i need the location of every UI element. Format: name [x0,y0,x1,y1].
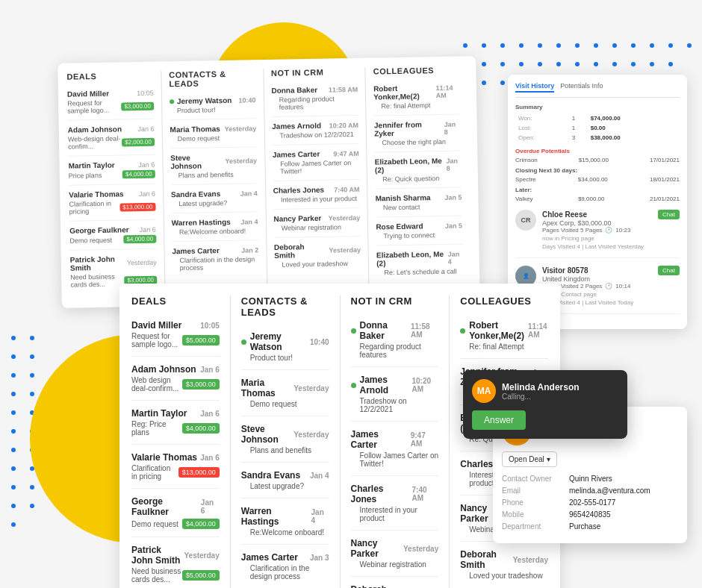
main-notincrm-column: NOT IN CRM Donna Baker 11:58 AM Regardin… [341,295,450,588]
dot [500,81,505,85]
dot [11,373,16,378]
crm-field-phone: Phone 202-555-0177 [502,498,678,507]
main-contact-item[interactable]: Warren Hastings Jan 4 Re:Welcome onboard… [241,506,329,545]
dot [519,62,524,66]
main-deal-item[interactable]: Patrick John Smith Yesterday Need busine… [131,545,220,588]
dot [30,354,34,359]
dot [30,504,34,508]
small-colleague-item: Jennifer from Zyker Jan 8 Choose the rig… [374,120,461,153]
clock-icon: 🕐 [605,283,612,290]
dot [30,485,34,490]
small-deal-item: Valarie Thomas Jan 6 Clarification in pr… [69,190,155,222]
dot [668,43,673,48]
dot [650,62,654,66]
dot [30,448,34,452]
small-preview-card: DEALS David Miller 10:05 Request for sam… [58,56,480,308]
dot [556,62,561,66]
small-notincrm-item: Deborah Smith Yesterday Loved your trade… [274,242,361,274]
main-colleagues-header: COLLEAGUES [460,295,548,311]
dot [500,43,505,48]
crm-field-owner: Contact Owner Quinn Rivers [502,475,678,483]
small-notincrm-item: James Arnold 10:20 AM Tradeshow on 12/2/… [272,121,358,146]
dot [30,392,34,396]
summary-table: Won: 1 $74,000.00 Lost: 1 $0.00 Open: 3 … [515,113,680,143]
small-deal-item: Martin Taylor Jan 6 Price plans $4,000.0… [68,160,155,186]
main-contact-item[interactable]: Steve Johnson Yesterday Plans and benefi… [241,424,329,463]
dot [11,466,16,471]
dot [30,429,34,434]
calling-status: Calling... [502,392,580,401]
dot [11,429,16,434]
closing-item: Spectre $34,000.00 18/01/2021 [515,176,680,183]
main-deal-item[interactable]: Martin Taylor Jan 6 Reg: Price plans $4,… [131,408,220,445]
dot [594,43,598,48]
dot [519,43,524,48]
crm-buttons: Open Deal ▾ [502,451,678,467]
main-deal-item[interactable]: George Faulkner Jan 6 Demo request $4,00… [131,496,220,537]
visitor-info: Chloe Reese Chat Apex Corp, $30,000.00 P… [542,210,680,250]
dot [11,522,16,527]
dot [11,410,16,415]
dot [482,62,486,66]
crm-field-mobile: Mobile 9654240835 [502,510,678,519]
small-colleagues-header: COLLEAGUES [373,66,460,79]
dot [30,373,34,378]
main-contact-item[interactable]: Maria Thomas Yesterday Demo request [241,378,329,416]
main-deals-column: DEALS David Miller 10:05 Request for sam… [131,295,231,588]
main-notincrm-item[interactable]: Donna Baker 11:58 AM Regarding product f… [351,320,439,367]
dot [556,43,561,48]
small-colleagues-column: COLLEAGUES Robert Yonker,Me(2) 11:14 AM … [366,65,471,293]
calling-avatar: MA [472,379,496,403]
main-colleague-item[interactable]: Robert Yonker,Me(2) 11:14 AM Re: final A… [460,320,548,359]
dot [11,448,16,452]
main-deal-item[interactable]: Adam Johnson Jan 6 Web design deal-confi… [131,364,220,401]
summary-label: Summary [515,104,680,110]
main-notincrm-item[interactable]: James Arnold 10:20 AM Tradeshow on 12/2/… [351,375,439,422]
chat-button[interactable]: Chat [658,266,680,275]
main-contact-item[interactable]: James Carter Jan 3 Clarification in the … [241,552,329,588]
main-contact-item[interactable]: Sandra Evans Jan 4 Latest upgrade? [241,470,329,498]
dot [30,336,34,340]
dot [500,62,505,66]
dot [11,336,16,340]
main-notincrm-item[interactable]: James Carter 9:47 AM Follow James Carter… [351,429,439,476]
main-contact-item[interactable]: Jeremy Watson 10:40 Product tour! [241,331,329,370]
small-colleague-item: Rose Edward Jan 5 Trying to connect [376,221,462,245]
dot [11,392,16,396]
small-colleague-item: Robert Yonker,Me(2) 11:14 AM Re: final A… [373,84,460,116]
small-deal-item: Adam Johnson Jan 6 Web-design deal-confi… [68,125,155,157]
small-colleague-item: Manish Sharma Jan 5 New contact [376,193,462,217]
answer-button[interactable]: Answer [472,410,526,430]
small-contact-item: Maria Thomas Yesterday Demo request [170,124,256,148]
tab-potentials-info[interactable]: Potentials Info [560,82,603,93]
dot [538,43,542,48]
dot [612,43,617,48]
dot [575,43,580,48]
chat-button[interactable]: Chat [658,210,680,219]
small-deals-column: DEALS David Miller 10:05 Request for sam… [66,70,165,298]
main-notincrm-item[interactable]: Charles Jones 7:40 AM Interested in your… [351,484,439,531]
dot [631,43,636,48]
small-contact-item: James Carter Jan 2 Clarification in the … [172,245,258,277]
small-contacts-column: CONTACTS & LEADS Jeremy Watson 10:40 Pro… [161,69,267,297]
dot [11,504,16,508]
main-colleague-item[interactable]: Deborah Smith Yesterday Loved your trade… [460,549,548,587]
main-deals-header: DEALS [131,295,220,311]
small-notincrm-item: Charles Jones 7:40 AM Interested in your… [273,185,360,210]
main-notincrm-item[interactable]: Deborah Smith Yesterday Loved your trade… [351,584,439,588]
overdue-item: Crimson $15,000.00 17/01/2021 [515,157,680,163]
main-deal-item[interactable]: David Miller 10:05 Request for sample lo… [131,320,220,357]
dot [612,62,617,66]
small-contact-item: Jeremy Watson 10:40 Product tour! [170,96,256,120]
overdue-label: Overdue Potentials [515,148,680,154]
small-notincrm-column: NOT IN CRM Donna Baker 11:58 AM Regardin… [264,67,370,295]
dot [538,62,542,66]
small-contact-item: Sandra Evans Jan 4 Latest upgrade? [171,189,258,213]
main-notincrm-item[interactable]: Nancy Parker Yesterday Webinar registrat… [351,538,439,577]
tab-visit-history[interactable]: Visit History [515,82,554,93]
dot [482,43,486,48]
dot [668,62,673,66]
main-deal-item[interactable]: Valarie Thomas Jan 6 Clarification in pr… [131,452,220,489]
open-deal-button[interactable]: Open Deal ▾ [502,451,557,467]
crm-field-email: Email melinda.a@ventura.com [502,487,678,495]
